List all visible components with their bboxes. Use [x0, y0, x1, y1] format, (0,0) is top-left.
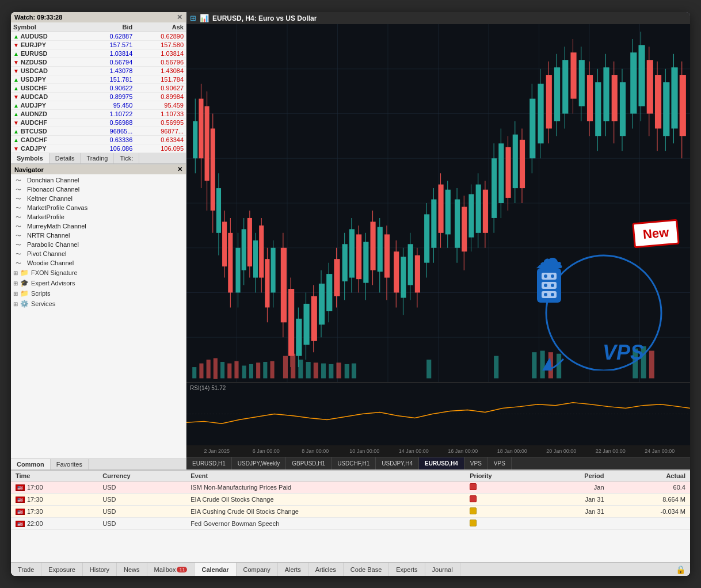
bottom-tab-articles[interactable]: Articles — [308, 563, 344, 576]
bottom-tab-news[interactable]: News — [117, 563, 147, 576]
bottom-tab-experts[interactable]: Experts — [389, 563, 425, 576]
symbol-cell: ▲ AUDUSD — [11, 32, 84, 41]
svg-rect-79 — [408, 244, 413, 285]
symbol-tab[interactable]: EURUSD,H4 — [419, 457, 464, 469]
symbol-cell: ▲ CADCHF — [11, 136, 84, 144]
nav-indicator-item[interactable]: 〜Fibonacci Channel — [11, 185, 186, 194]
bottom-tab-journal[interactable]: Journal — [425, 563, 460, 576]
calendar-table-wrap: Time Currency Event Priority Period Actu… — [11, 471, 690, 562]
watchlist-row[interactable]: ▼ AUDCHF 0.56988 0.56995 — [11, 119, 186, 127]
nav-indicator-item[interactable]: 〜MarketProfile Canvas — [11, 203, 186, 212]
top-area: Watch: 09:33:28 ✕ Symbol Bid Ask ▲ AUDUS… — [11, 12, 690, 469]
svg-rect-166 — [329, 364, 333, 379]
bottom-tab-mailbox[interactable]: Mailbox11 — [147, 563, 195, 576]
svg-rect-168 — [345, 364, 349, 379]
nav-indicator-item[interactable]: 〜Woodie Channel — [11, 258, 186, 268]
watchlist-row[interactable]: ▲ CADCHF 0.63336 0.63344 — [11, 136, 186, 144]
symbol-tab[interactable]: USDJPY,Weekly — [232, 457, 287, 469]
bottom-tab-exposure[interactable]: Exposure — [41, 563, 82, 576]
svg-rect-63 — [349, 229, 355, 277]
time-label: 22 Jan 00:00 — [586, 448, 635, 454]
svg-rect-156 — [249, 364, 253, 379]
nav-item-label: Donchian Channel — [27, 177, 79, 184]
navigator-close-button[interactable]: ✕ — [177, 166, 182, 173]
svg-rect-39 — [259, 226, 264, 278]
nav-item-label: Keltner Channel — [27, 195, 73, 202]
symbol-cell: ▼ EURJPY — [11, 41, 84, 49]
tab-tick[interactable]: Tick: — [114, 153, 139, 163]
watchlist-row[interactable]: ▲ AUDJPY 95.450 95.459 — [11, 101, 186, 110]
svg-rect-35 — [247, 218, 252, 266]
calendar-row: 🇺🇸17:30 USD EIA Cushing Crude Oil Stocks… — [11, 506, 690, 518]
watchlist-row[interactable]: ▲ BTCUSD 96865... 96877... — [11, 127, 186, 136]
time-label: 16 Jan 00:00 — [439, 448, 488, 454]
watchlist-row[interactable]: ▲ USDJPY 151.781 151.784 — [11, 75, 186, 84]
nav-indicator-item[interactable]: 〜Pivot Channel — [11, 249, 186, 258]
nav-indicator-item[interactable]: 〜MurreyMath Channel — [11, 222, 186, 231]
priority-badge — [470, 495, 477, 502]
bid-cell: 0.56794 — [84, 58, 135, 67]
bottom-tab-history[interactable]: History — [83, 563, 117, 576]
watchlist-row[interactable]: ▼ AUDCAD 0.89975 0.89984 — [11, 93, 186, 101]
bid-cell: 0.62887 — [84, 32, 135, 41]
nav-indicator-item[interactable]: 〜NRTR Channel — [11, 231, 186, 240]
watchlist-close-button[interactable]: ✕ — [177, 13, 182, 21]
watchlist-row[interactable]: ▼ NZDUSD 0.56794 0.56796 — [11, 58, 186, 67]
symbol-tab[interactable]: VPS — [488, 457, 512, 469]
cal-event: Fed Governor Bowman Speech — [186, 518, 465, 530]
arrow-down-icon: ▼ — [13, 59, 19, 66]
symbol-tab[interactable]: USDJPY,H4 — [376, 457, 419, 469]
svg-rect-17 — [193, 121, 197, 158]
bottom-tab-company[interactable]: Company — [237, 563, 278, 576]
bid-cell: 151.781 — [84, 75, 135, 84]
indicator-icon: 〜 — [16, 186, 25, 193]
nav-indicator-item[interactable]: 〜Donchian Channel — [11, 175, 186, 185]
tab-common[interactable]: Common — [11, 459, 51, 469]
tab-details[interactable]: Details — [49, 153, 81, 163]
navigator-content[interactable]: 〜Donchian Channel〜Fibonacci Channel〜Kelt… — [11, 174, 186, 459]
tab-trading[interactable]: Trading — [81, 153, 114, 163]
nav-indicator-item[interactable]: 〜Keltner Channel — [11, 194, 186, 203]
symbol-tab[interactable]: USDCHF,H1 — [332, 457, 376, 469]
left-panel: Watch: 09:33:28 ✕ Symbol Bid Ask ▲ AUDUS… — [11, 12, 186, 469]
svg-rect-158 — [263, 362, 267, 379]
watchlist-row[interactable]: ▼ CADJPY 106.086 106.095 — [11, 144, 186, 153]
watchlist-row[interactable]: ▼ EURJPY 157.571 157.580 — [11, 41, 186, 49]
nav-group-item[interactable]: ⊞📁Scripts — [11, 288, 186, 299]
watchlist-row[interactable]: ▼ USDCAD 1.43078 1.43084 — [11, 67, 186, 75]
nav-group-item[interactable]: ⊞🎓Expert Advisors — [11, 278, 186, 288]
folder-icon: 📁 — [20, 289, 29, 297]
nav-group-item[interactable]: ⊞⚙️Services — [11, 299, 186, 309]
svg-rect-75 — [394, 251, 399, 292]
watchlist-row[interactable]: ▲ USDCHF 0.90622 0.90627 — [11, 84, 186, 93]
col-actual: Actual — [609, 471, 690, 482]
bottom-tab-alerts[interactable]: Alerts — [278, 563, 308, 576]
rsi-label: RSI(14) 51.72 — [190, 385, 226, 391]
nav-group-item[interactable]: ⊞📁FXON Signature — [11, 268, 186, 278]
watchlist-row[interactable]: ▲ AUDUSD 0.62887 0.62890 — [11, 32, 186, 41]
chart-canvas: ☁ New VPS — [186, 24, 690, 382]
tab-favorites[interactable]: Favorites — [51, 459, 89, 469]
symbol-tab[interactable]: GBPUSD,H1 — [286, 457, 332, 469]
bottom-tabs: TradeExposureHistoryNewsMailbox11Calenda… — [11, 562, 690, 576]
symbol-tabs: EURUSD,H1USDJPY,WeeklyGBPUSD,H1USDCHF,H1… — [186, 457, 690, 469]
watchlist-row[interactable]: ▲ EURUSD 1.03814 1.03814 — [11, 49, 186, 58]
svg-rect-119 — [562, 60, 568, 113]
bid-cell: 1.10722 — [84, 110, 135, 119]
nav-indicator-item[interactable]: 〜Parabolic Channel — [11, 240, 186, 249]
nav-indicator-item[interactable]: 〜MarketProfile — [11, 212, 186, 222]
bottom-tab-codebase[interactable]: Code Base — [344, 563, 389, 576]
ask-cell: 0.90627 — [135, 84, 186, 93]
nav-item-label: MarketProfile — [27, 213, 64, 220]
symbol-cell: ▼ AUDCHF — [11, 119, 84, 127]
bid-cell: 0.90622 — [84, 84, 135, 93]
bottom-tab-trade[interactable]: Trade — [11, 563, 41, 576]
watchlist-row[interactable]: ▲ AUDNZD 1.10722 1.10733 — [11, 110, 186, 119]
bottom-tab-calendar[interactable]: Calendar — [195, 563, 236, 576]
symbol-tab[interactable]: VPS — [464, 457, 488, 469]
tab-symbols[interactable]: Symbols — [11, 153, 49, 163]
svg-rect-69 — [370, 222, 375, 270]
symbol-tab[interactable]: EURUSD,H1 — [186, 457, 232, 469]
symbol-cell: ▼ CADJPY — [11, 144, 84, 153]
bid-cell: 157.571 — [84, 41, 135, 49]
